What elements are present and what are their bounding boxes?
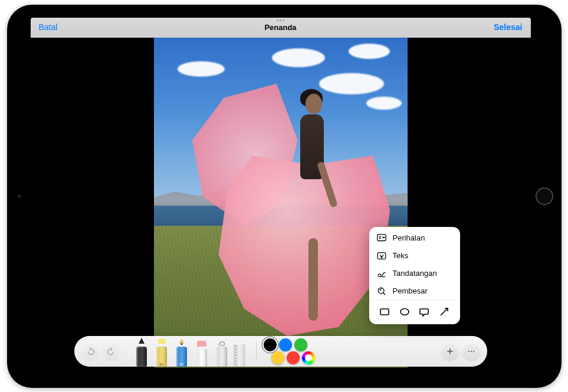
screen: Batal Penanda Selesai bbox=[31, 18, 531, 375]
add-annotation-menu: Perihalan Teks Tandatangan bbox=[369, 227, 460, 324]
menu-item-text[interactable]: Teks bbox=[369, 247, 460, 265]
lasso-tool[interactable] bbox=[214, 341, 230, 367]
sheet-grabber[interactable] bbox=[272, 19, 290, 22]
color-red[interactable] bbox=[287, 351, 300, 364]
tool-width-label: 30 bbox=[159, 363, 163, 366]
color-palette bbox=[264, 337, 323, 365]
pencil-tool[interactable]: 50 bbox=[173, 341, 190, 367]
text-icon bbox=[376, 251, 387, 261]
svg-point-8 bbox=[468, 350, 469, 351]
redo-button[interactable] bbox=[103, 342, 120, 360]
shape-row bbox=[369, 300, 460, 322]
description-icon bbox=[376, 233, 387, 243]
ruler-tool[interactable] bbox=[234, 343, 249, 367]
color-green[interactable] bbox=[294, 338, 307, 351]
canvas-area[interactable]: Perihalan Teks Tandatangan bbox=[31, 38, 531, 375]
menu-item-label: Pembesar bbox=[393, 286, 428, 295]
shape-speech-bubble-button[interactable] bbox=[418, 305, 431, 318]
navbar-title: Penanda bbox=[264, 23, 296, 32]
menu-item-label: Tandatangan bbox=[393, 269, 437, 278]
shape-arrow-button[interactable] bbox=[438, 305, 451, 318]
menu-item-signature[interactable]: Tandatangan bbox=[369, 265, 460, 282]
menu-item-label: Perihalan bbox=[393, 233, 425, 242]
undo-button[interactable] bbox=[81, 342, 99, 360]
photo-figure bbox=[245, 84, 377, 341]
color-blue[interactable] bbox=[279, 338, 292, 351]
menu-item-description[interactable]: Perihalan bbox=[369, 229, 460, 247]
more-button[interactable] bbox=[462, 342, 480, 360]
toolbar-divider bbox=[256, 342, 257, 361]
color-picker-button[interactable] bbox=[302, 351, 315, 364]
pen-tool[interactable] bbox=[133, 341, 150, 367]
svg-point-7 bbox=[400, 308, 409, 315]
markup-navbar: Batal Penanda Selesai bbox=[31, 18, 531, 38]
ipad-frame: Batal Penanda Selesai bbox=[7, 5, 562, 388]
color-black[interactable] bbox=[264, 338, 277, 351]
magnifier-icon bbox=[376, 286, 387, 297]
svg-point-10 bbox=[472, 350, 474, 351]
drawing-tools: 30 50 bbox=[133, 336, 249, 367]
menu-item-magnifier[interactable]: Pembesar bbox=[369, 282, 460, 300]
add-button[interactable] bbox=[441, 342, 459, 360]
svg-point-9 bbox=[470, 350, 471, 351]
color-yellow[interactable] bbox=[271, 351, 284, 364]
shape-rectangle-button[interactable] bbox=[378, 305, 391, 318]
done-button[interactable]: Selesai bbox=[494, 22, 522, 32]
shape-oval-button[interactable] bbox=[398, 305, 411, 318]
svg-point-1 bbox=[383, 237, 383, 238]
tool-width-label: 50 bbox=[179, 363, 183, 366]
svg-rect-3 bbox=[377, 252, 386, 259]
eraser-tool[interactable] bbox=[193, 341, 210, 367]
markup-toolbar: 30 50 bbox=[74, 336, 487, 367]
signature-icon bbox=[376, 268, 387, 279]
front-camera bbox=[18, 195, 21, 198]
home-button[interactable] bbox=[536, 187, 553, 205]
svg-rect-6 bbox=[380, 309, 389, 315]
menu-item-label: Teks bbox=[393, 251, 409, 260]
highlighter-tool[interactable]: 30 bbox=[153, 341, 170, 367]
svg-point-2 bbox=[383, 237, 384, 238]
cancel-button[interactable]: Batal bbox=[39, 22, 58, 32]
